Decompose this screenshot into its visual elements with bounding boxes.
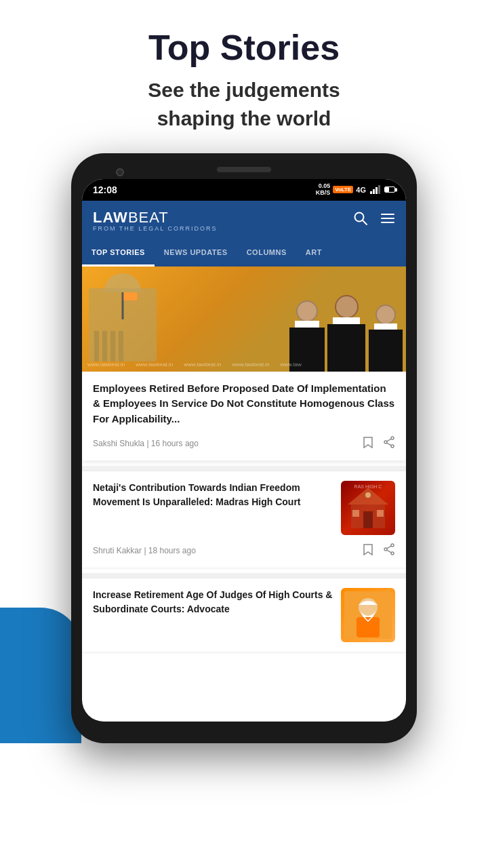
story-1-actions (363, 543, 395, 558)
story-1-author: Shruti Kakkar (93, 546, 142, 555)
story-card-2[interactable]: Increase Retirement Age Of Judges Of Hig… (82, 578, 406, 652)
featured-story-meta: Sakshi Shukla | 16 hours ago (93, 436, 395, 451)
featured-story-card[interactable]: www.lawbeat.in www.lawbeat.in www.lawbea… (82, 267, 406, 461)
svg-point-6 (391, 445, 394, 448)
signal-bar-2 (373, 189, 375, 194)
share-icon[interactable] (383, 436, 395, 451)
tab-top-stories[interactable]: TOP STORIES (82, 240, 155, 267)
judge-head-2 (335, 295, 359, 319)
phone-wrapper: 12:08 0.05KB/S VoLTE 4G (0, 153, 488, 743)
watermarks: www.lawbeat.in www.lawbeat.in www.lawbea… (82, 361, 406, 368)
pillar-3 (110, 331, 115, 361)
search-icon[interactable] (353, 211, 368, 229)
app-header: LAWBEAT FROM THE LEGAL CORRIDORS (82, 201, 406, 240)
watermark-3: www.lawbeat.in (178, 361, 226, 368)
svg-point-5 (391, 437, 394, 439)
logo-tagline: FROM THE LEGAL CORRIDORS (93, 225, 218, 232)
featured-story-author-time: Sakshi Shukla | 16 hours ago (93, 439, 199, 448)
featured-story-content: Employees Retired Before Proposed Date O… (82, 372, 406, 461)
svg-line-9 (387, 443, 392, 446)
story-2-image (341, 588, 395, 642)
promo-section: Top Stories See the judgementsshaping th… (0, 0, 488, 153)
signal-bars (370, 185, 380, 194)
bookmark-icon[interactable] (363, 436, 373, 451)
svg-point-17 (391, 552, 394, 555)
story-2-text: Increase Retirement Age Of Judges Of Hig… (93, 588, 333, 642)
flag-pole (122, 292, 124, 319)
status-right: 0.05KB/S VoLTE 4G (316, 183, 395, 197)
network-type: 4G (356, 186, 366, 194)
status-bar: 12:08 0.05KB/S VoLTE 4G (82, 179, 406, 201)
promo-subtitle: See the judgementsshaping the world (41, 76, 447, 133)
status-time: 12:08 (93, 184, 117, 195)
svg-point-18 (384, 548, 387, 551)
svg-point-7 (384, 441, 387, 443)
logo-bold: LAW (93, 209, 128, 226)
story-1-inner: Netaji's Contribution Towards Indian Fre… (93, 481, 395, 535)
featured-time: 16 hours ago (151, 439, 199, 448)
judges-scene: www.lawbeat.in www.lawbeat.in www.lawbea… (82, 267, 406, 372)
pillar-2 (102, 331, 107, 361)
watermark-2: www.lawbeat.in (130, 361, 178, 368)
pillar-4 (119, 331, 123, 361)
signal-bar-1 (370, 191, 372, 194)
phone-speaker (217, 167, 271, 172)
madras-hc-visual: RAS HIGH C (341, 481, 395, 535)
story-1-time: 18 hours ago (148, 546, 196, 555)
story-card-1[interactable]: Netaji's Contribution Towards Indian Fre… (82, 471, 406, 568)
story-1-meta: Shruti Kakkar | 18 hours ago (93, 543, 395, 558)
story-2-title: Increase Retirement Age Of Judges Of Hig… (93, 588, 333, 616)
story-1-title: Netaji's Contribution Towards Indian Fre… (93, 481, 333, 509)
judge-figure-2 (327, 295, 365, 372)
madras-building-svg (344, 484, 392, 532)
pm-visual (341, 588, 395, 642)
pillar-1 (94, 331, 99, 361)
svg-line-8 (387, 439, 392, 441)
menu-icon[interactable] (380, 211, 395, 229)
phone-camera (116, 168, 124, 176)
featured-author: Sakshi Shukla (93, 439, 144, 448)
volte-badge: VoLTE (333, 186, 353, 193)
tab-news-updates[interactable]: NEWS UPDATES (155, 240, 237, 267)
svg-rect-23 (357, 617, 380, 637)
battery-fill (385, 187, 389, 192)
svg-point-16 (391, 544, 394, 547)
judge-head-1 (296, 300, 318, 322)
logo-text: LAWBEAT (93, 209, 218, 226)
judge-collar-1 (295, 321, 319, 328)
judge-collar-2 (333, 317, 360, 324)
network-speed: 0.05KB/S (316, 183, 331, 197)
blue-accent-decoration (0, 608, 81, 743)
featured-story-title: Employees Retired Before Proposed Date O… (93, 381, 395, 427)
phone-frame: 12:08 0.05KB/S VoLTE 4G (71, 153, 417, 743)
court-building (89, 273, 157, 361)
phone-screen: 12:08 0.05KB/S VoLTE 4G (82, 179, 406, 722)
svg-line-1 (363, 220, 367, 224)
featured-story-image: www.lawbeat.in www.lawbeat.in www.lawbea… (82, 267, 406, 372)
svg-rect-13 (352, 510, 359, 517)
pm-figure-svg (344, 591, 392, 639)
story-1-author-time: Shruti Kakkar | 18 hours ago (93, 546, 196, 555)
tab-art[interactable]: ART (296, 240, 331, 267)
signal-bar-4 (378, 185, 380, 194)
logo-light: BEAT (128, 209, 169, 226)
watermark-4: www.lawbeat.in (226, 361, 274, 368)
featured-story-actions (363, 436, 395, 451)
battery-icon (384, 186, 395, 193)
svg-point-15 (365, 492, 371, 498)
court-pillars (94, 331, 123, 361)
flag (124, 292, 138, 300)
story-1-bookmark-icon[interactable] (363, 543, 373, 558)
svg-rect-12 (363, 511, 373, 528)
divider-1 (82, 466, 406, 471)
divider-2 (82, 573, 406, 578)
header-icons (353, 211, 395, 229)
tab-columns[interactable]: COLUMNS (237, 240, 296, 267)
nav-tabs: TOP STORIES NEWS UPDATES COLUMNS ART (82, 240, 406, 267)
story-1-share-icon[interactable] (383, 543, 395, 558)
story-1-text: Netaji's Contribution Towards Indian Fre… (93, 481, 333, 535)
phone-top-bar (82, 164, 406, 179)
story-1-image: RAS HIGH C (341, 481, 395, 535)
svg-line-19 (387, 546, 392, 549)
watermark-1: www.lawbeat.in (82, 361, 130, 368)
